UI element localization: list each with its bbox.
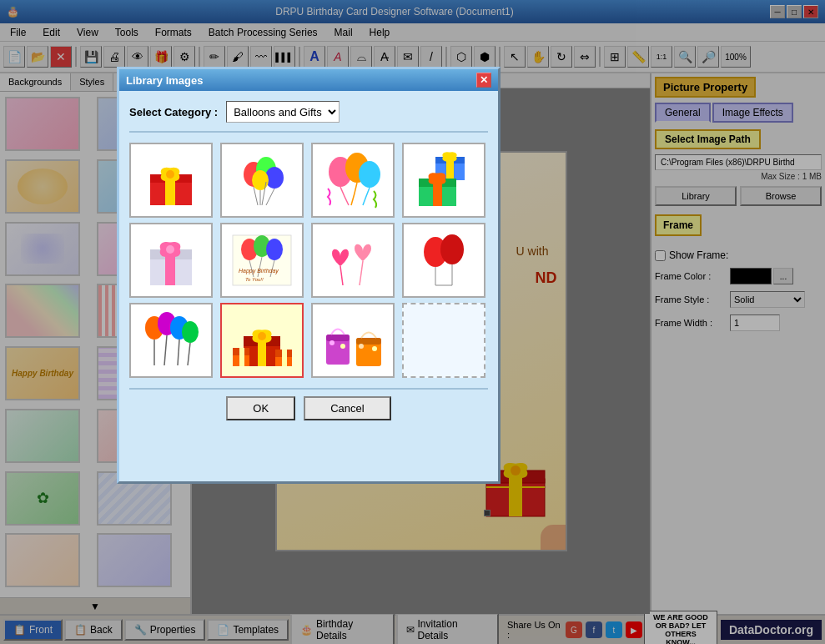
svg-line-63 — [188, 343, 190, 365]
dialog-title: Library Images — [126, 74, 204, 87]
dialog-titlebar: Library Images ✕ — [119, 69, 498, 91]
library-dialog: Library Images ✕ Select Category : Ballo… — [117, 67, 501, 484]
image-item-10[interactable] — [220, 303, 304, 378]
svg-line-50 — [360, 261, 363, 285]
category-select[interactable]: Balloons and Gifts Birthday Cakes Flower… — [226, 101, 340, 123]
image-item-8[interactable] — [402, 223, 485, 298]
dialog-close-button[interactable]: ✕ — [476, 73, 491, 88]
image-item-7[interactable] — [311, 223, 395, 298]
svg-rect-75 — [282, 350, 287, 366]
category-row: Select Category : Balloons and Gifts Bir… — [129, 101, 488, 133]
svg-rect-72 — [239, 348, 244, 366]
svg-line-62 — [178, 340, 179, 365]
svg-rect-81 — [356, 338, 381, 345]
dialog-body: Select Category : Balloons and Gifts Bir… — [119, 91, 498, 430]
svg-point-78 — [329, 340, 335, 345]
svg-point-79 — [340, 344, 345, 349]
image-item-9[interactable] — [129, 303, 213, 378]
svg-point-83 — [372, 346, 377, 351]
image-item-5[interactable] — [129, 223, 213, 298]
svg-point-39 — [166, 245, 174, 254]
image-item-1[interactable] — [129, 143, 213, 218]
dialog-cancel-button[interactable]: Cancel — [304, 396, 390, 420]
svg-text:Happy Birthday: Happy Birthday — [239, 268, 279, 274]
svg-text:To You!!: To You!! — [245, 277, 264, 282]
image-item-2[interactable] — [220, 143, 304, 218]
dialog-footer: OK Cancel — [129, 388, 488, 420]
image-item-3[interactable] — [311, 143, 395, 218]
svg-rect-77 — [326, 335, 350, 341]
svg-point-12 — [166, 170, 174, 179]
dialog-ok-button[interactable]: OK — [226, 396, 295, 420]
svg-point-82 — [359, 344, 364, 349]
svg-point-52 — [440, 234, 464, 264]
svg-point-23 — [359, 161, 380, 188]
image-item-11[interactable] — [311, 303, 395, 378]
svg-point-59 — [182, 321, 199, 343]
image-grid: Happy Birthday To You!! — [129, 143, 488, 378]
svg-line-17 — [254, 187, 258, 205]
image-item-empty — [402, 303, 485, 378]
svg-line-19 — [266, 189, 274, 205]
image-item-6[interactable]: Happy Birthday To You!! — [220, 223, 304, 298]
category-label: Select Category : — [129, 106, 218, 118]
dialog-overlay: Library Images ✕ Select Category : Ballo… — [0, 0, 825, 644]
svg-point-16 — [252, 170, 269, 190]
svg-point-43 — [266, 239, 283, 260]
image-item-4[interactable] — [402, 143, 485, 218]
svg-line-49 — [340, 266, 343, 285]
svg-line-61 — [164, 335, 167, 365]
svg-point-69 — [258, 332, 266, 340]
